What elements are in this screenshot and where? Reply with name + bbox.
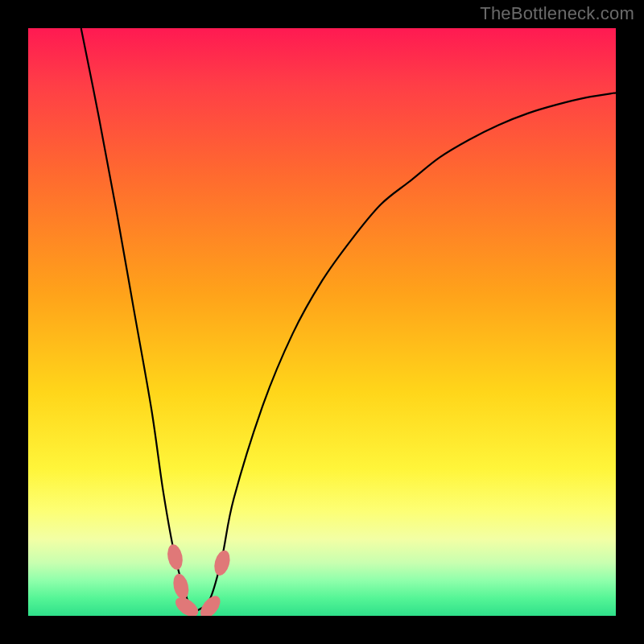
curve-marker (212, 549, 233, 578)
chart-plot-area (28, 28, 616, 616)
marker-group (166, 543, 233, 616)
bottleneck-curve-path (81, 28, 616, 612)
curve-marker (171, 572, 191, 601)
curve-marker (166, 543, 185, 572)
watermark-label: TheBottleneck.com (480, 3, 634, 24)
chart-svg (28, 28, 616, 616)
